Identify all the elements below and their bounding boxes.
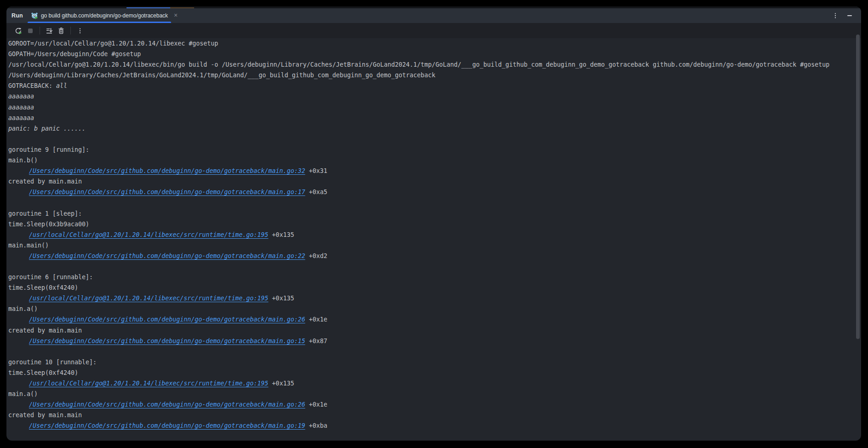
file-link[interactable]: /usr/local/Cellar/go@1.20/1.20.14/libexe… [29, 295, 268, 302]
file-link[interactable]: /Users/debuginn/Code/src/github.com/debu… [29, 401, 305, 408]
console-line: goroutine 9 [running]: [8, 144, 861, 155]
console-line [8, 261, 861, 272]
console-text: time.Sleep(0x3b9aca00) [8, 221, 89, 228]
console-text: main.a() [8, 305, 38, 312]
clear-all-button[interactable] [55, 25, 67, 36]
rerun-icon [15, 27, 22, 34]
console-line: GOTRACEBACK: all [8, 80, 861, 91]
console-output: GOROOT=/usr/local/Cellar/go@1.20/1.20.14… [6, 38, 861, 441]
console-line: /Users/debuginn/Code/src/github.com/debu… [8, 336, 861, 346]
console-text: +0x1e [305, 316, 327, 323]
tab-label: go build github.com/debuginn/go-demo/got… [41, 12, 168, 19]
scroll-to-end-button[interactable] [43, 25, 55, 36]
console-text: GOPATH=/Users/debuginn/Code #gosetup [8, 51, 141, 57]
run-tab-bar: Run go build github.com/debuginn/go-demo… [6, 8, 861, 23]
console-text: +0x135 [268, 231, 294, 238]
console-text: time.Sleep(0xf4240) [8, 284, 78, 291]
tool-window-title: Run [11, 12, 23, 19]
console-line: /Users/debuginn/Code/src/github.com/debu… [8, 420, 861, 431]
hide-window-icon[interactable] [846, 12, 853, 19]
console-text: +0x31 [305, 167, 327, 174]
trash-icon [57, 27, 65, 34]
file-link[interactable]: /Users/debuginn/Code/src/github.com/debu… [29, 253, 305, 259]
console-line: /usr/local/Cellar/go@1.20/1.20.14/libexe… [8, 293, 861, 304]
file-link[interactable]: /Users/debuginn/Code/src/github.com/debu… [29, 189, 305, 195]
run-tool-window: Run go build github.com/debuginn/go-demo… [6, 6, 861, 441]
console-text: aaaaaaa [8, 115, 34, 121]
console-line: aaaaaaa [8, 91, 861, 102]
console-text: +0xd2 [305, 253, 327, 259]
console-line: main.b() [8, 155, 861, 166]
console-line: goroutine 10 [runnable]: [8, 357, 861, 368]
toolbar-divider [70, 27, 71, 34]
console-text: +0x87 [305, 338, 327, 345]
console-text: +0x135 [268, 295, 294, 302]
more-options-button[interactable] [74, 25, 86, 36]
console-line: /Users/debuginn/Code/src/github.com/debu… [8, 166, 861, 176]
console-text: +0x1e [305, 401, 327, 408]
stop-icon [27, 27, 34, 34]
console-line: goroutine 1 [sleep]: [8, 208, 861, 219]
console-text: created by main.main [8, 178, 82, 185]
console-text: GOROOT=/usr/local/Cellar/go@1.20/1.20.14… [8, 40, 218, 47]
console-line: panic: b panic ...... [8, 123, 861, 134]
console-line [8, 346, 861, 357]
console-line: time.Sleep(0x3b9aca00) [8, 219, 861, 230]
console-line: time.Sleep(0xf4240) [8, 368, 861, 378]
file-link[interactable]: /Users/debuginn/Code/src/github.com/debu… [29, 422, 305, 429]
console-text: created by main.main [8, 412, 82, 419]
console-line: GOPATH=/Users/debuginn/Code #gosetup [8, 49, 861, 59]
go-gopher-run-icon [31, 12, 38, 19]
console-line: /Users/debuginn/Code/src/github.com/debu… [8, 314, 861, 325]
vertical-scrollbar[interactable] [856, 34, 860, 339]
console-line: /usr/local/Cellar/go@1.20/1.20.14/libexe… [8, 378, 861, 389]
console-text: aaaaaaa [8, 93, 34, 100]
console-text: all [56, 82, 67, 89]
console-text: GOTRACEBACK: [8, 82, 56, 89]
console-line: main.main() [8, 240, 861, 251]
console-text: created by main.main [8, 327, 82, 334]
run-config-tab[interactable]: go build github.com/debuginn/go-demo/got… [31, 8, 183, 23]
console-text: /usr/local/Cellar/go@1.20/1.20.14/libexe… [8, 61, 829, 68]
close-icon[interactable]: × [172, 12, 179, 19]
console-text: +0xa5 [305, 189, 327, 195]
console-line: goroutine 6 [runnable]: [8, 272, 861, 282]
console-text: goroutine 6 [runnable]: [8, 274, 93, 281]
file-link[interactable]: /Users/debuginn/Code/src/github.com/debu… [29, 338, 305, 345]
console-line: /usr/local/Cellar/go@1.20/1.20.14/libexe… [8, 230, 861, 240]
console-line [8, 197, 861, 208]
more-options-icon[interactable] [832, 12, 839, 19]
console-text: +0x135 [268, 380, 294, 387]
console-line: main.a() [8, 304, 861, 314]
console-line: created by main.main [8, 325, 861, 336]
rerun-button[interactable] [12, 25, 24, 36]
run-toolbar [6, 23, 861, 38]
console-text: main.main() [8, 242, 49, 249]
scroll-to-end-icon [46, 27, 53, 34]
console-line: /Users/debuginn/Library/Caches/JetBrains… [8, 70, 861, 80]
file-link[interactable]: /usr/local/Cellar/go@1.20/1.20.14/libexe… [29, 380, 268, 387]
active-tab-indicator [28, 22, 171, 23]
console-text: time.Sleep(0xf4240) [8, 369, 78, 376]
console-line: /Users/debuginn/Code/src/github.com/debu… [8, 399, 861, 410]
console-line: created by main.main [8, 176, 861, 187]
console-line: time.Sleep(0xf4240) [8, 282, 861, 293]
console-line: /Users/debuginn/Code/src/github.com/debu… [8, 187, 861, 197]
toolbar-divider [40, 27, 40, 34]
console-text: aaaaaaa [8, 104, 34, 111]
console-text: main.b() [8, 157, 38, 164]
console-line: /usr/local/Cellar/go@1.20/1.20.14/libexe… [8, 59, 861, 70]
console-text: goroutine 10 [runnable]: [8, 359, 97, 366]
stop-button[interactable] [24, 25, 36, 36]
more-icon [77, 28, 83, 34]
console-text: /Users/debuginn/Library/Caches/JetBrains… [8, 72, 436, 79]
console-line [8, 134, 861, 144]
console-text: goroutine 9 [running]: [8, 146, 89, 153]
console-line: aaaaaaa [8, 113, 861, 123]
console-line: main.a() [8, 389, 861, 399]
file-link[interactable]: /Users/debuginn/Code/src/github.com/debu… [29, 316, 305, 323]
file-link[interactable]: /Users/debuginn/Code/src/github.com/debu… [29, 167, 305, 174]
console-line: created by main.main [8, 410, 861, 420]
file-link[interactable]: /usr/local/Cellar/go@1.20/1.20.14/libexe… [29, 231, 268, 238]
console-text: panic: b panic ...... [8, 125, 86, 132]
